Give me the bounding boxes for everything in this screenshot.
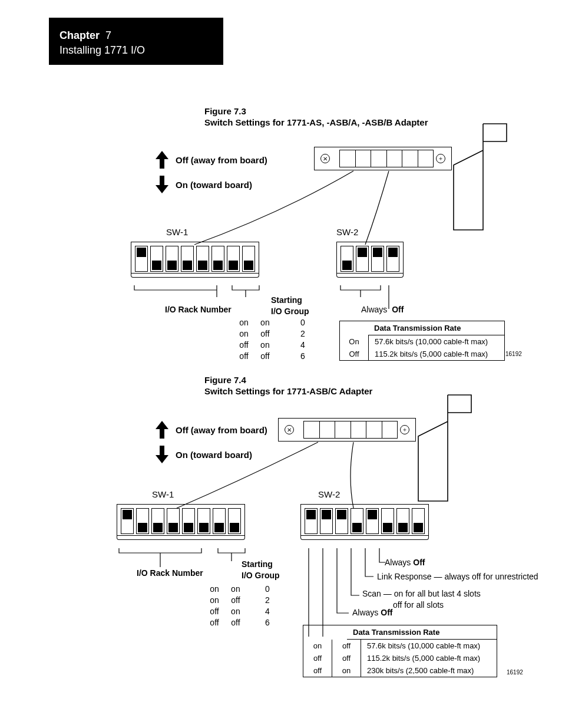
chassis-cutaway-74: [418, 389, 489, 507]
callout-link-response: Link Response — always off for unrestric…: [377, 571, 538, 582]
chapter-header: Chapter 7 Installing 1771 I/O: [49, 18, 223, 65]
svg-marker-3: [156, 446, 168, 463]
label-io-group: I/O Group: [271, 307, 309, 316]
dip-sw2-73: SW-2: [336, 227, 404, 278]
label-always: Always: [361, 305, 387, 314]
arrow-down-icon: [156, 446, 168, 463]
starting-group-table-73: ononoffoff onoffonoff 0246: [234, 317, 312, 362]
label-io-rack-74: I/O Rack Number: [137, 568, 203, 578]
screw-plus-icon: ＋: [400, 425, 409, 434]
chassis-cutaway-73: [454, 118, 524, 236]
screw-plus-icon: ＋: [436, 154, 445, 163]
svg-marker-1: [156, 176, 168, 193]
svg-marker-2: [156, 421, 168, 439]
direction-legend-74: Off (away from board) On (toward board): [156, 414, 267, 470]
ref-number-73: 16192: [505, 351, 522, 357]
label-starting: Starting: [271, 295, 302, 305]
dip-sw1-73: SW-1: [131, 227, 259, 278]
dtr-table-74: Data Transmission Rate onoff57.6k bits/s…: [303, 625, 497, 677]
chapter-label: Chapter: [59, 29, 100, 41]
arrow-up-icon: [156, 421, 168, 439]
ref-number-74: 16192: [507, 669, 523, 676]
adapter-board-73: ✕ ＋: [314, 147, 452, 170]
figure-7-4-caption: Figure 7.4 Switch Settings for 1771-ASB/…: [204, 375, 372, 397]
arrow-up-icon: [156, 151, 168, 169]
direction-legend-73: Off (away from board) On (toward board): [156, 144, 267, 200]
dip-sw1-74: SW-1: [117, 489, 245, 540]
legend-on: On (toward board): [176, 180, 252, 190]
svg-marker-0: [156, 151, 168, 169]
dtr-table-73: Data Transmission Rate On57.6k bits/s (1…: [339, 321, 505, 361]
callout-always-off-1: Always Off: [385, 557, 425, 568]
adapter-board-74: ✕ ＋: [278, 418, 416, 442]
screw-x-icon: ✕: [285, 425, 294, 434]
arrow-down-icon: [156, 176, 168, 193]
legend-off: Off (away from board): [176, 155, 267, 165]
chapter-number: 7: [105, 29, 111, 41]
callout-always-off-2: Always Off: [352, 607, 392, 618]
figure-7-3-caption: Figure 7.3 Switch Settings for 1771-AS, …: [204, 106, 428, 129]
label-off: Off: [392, 305, 404, 314]
starting-group-table-74: ononoffoff onoffonoff 0246: [205, 584, 277, 628]
label-io-rack: I/O Rack Number: [165, 305, 232, 314]
dip-sw2-74: SW-2: [300, 489, 429, 540]
screw-x-icon: ✕: [320, 154, 330, 163]
chapter-subtitle: Installing 1771 I/O: [59, 44, 213, 57]
